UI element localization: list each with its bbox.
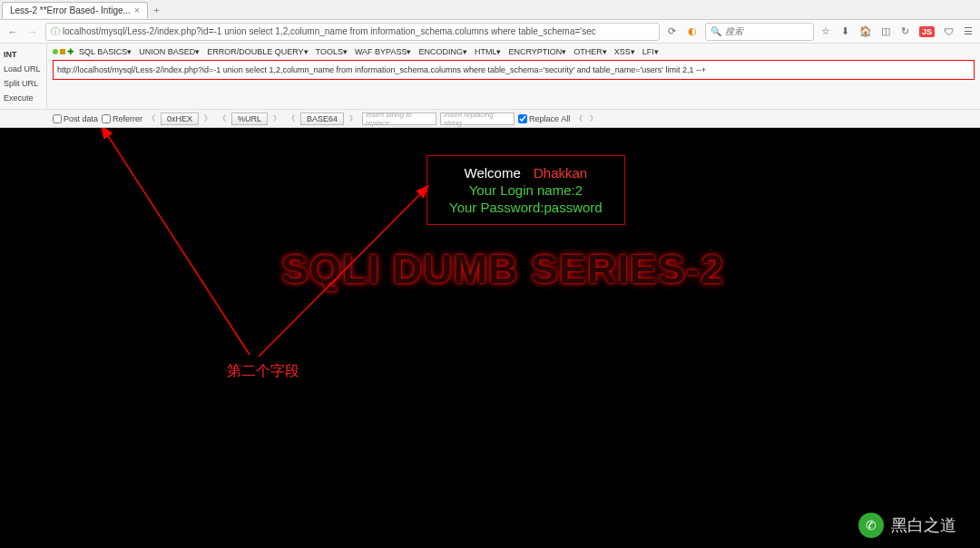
menu-encryption[interactable]: ENCRYPTION▾: [505, 46, 569, 57]
tab-title: Less-2 **Error Based- Intige...: [10, 5, 131, 15]
options-row: Post data Referrer 《 0xHEX 》 《 %URL 》 《 …: [0, 110, 980, 128]
menu-html[interactable]: HTML▾: [472, 46, 505, 57]
back-icon[interactable]: ←: [5, 24, 20, 39]
chevron-left-icon[interactable]: 《: [217, 113, 228, 123]
menu-xss[interactable]: XSS▾: [612, 46, 638, 57]
base64-chip[interactable]: BASE64: [300, 113, 344, 125]
menu-error-double[interactable]: ERROR/DOUBLE QUERY▾: [204, 46, 310, 57]
search-icon: 🔍: [710, 26, 721, 36]
sync-icon[interactable]: ↻: [899, 25, 912, 38]
hackbar-panel: INT Load URL Split URL Execute ✚ SQL BAS…: [0, 44, 980, 110]
chevron-right-icon[interactable]: 》: [271, 113, 282, 123]
tab-bar: Less-2 **Error Based- Intige... × +: [0, 0, 980, 20]
referrer-checkbox[interactable]: Referrer: [102, 114, 142, 123]
address-bar[interactable]: ⓘ localhost/mysql/Less-2/index.php?id=-1…: [45, 23, 660, 41]
shield-icon[interactable]: 🛡: [942, 25, 955, 38]
hackbar-url-input[interactable]: [57, 65, 970, 74]
chevron-left-icon[interactable]: 《: [146, 113, 157, 123]
toolbar-right: ☆ ⬇ 🏠 ◫ ↻ JS 🛡 ☰: [819, 25, 975, 38]
chevron-left-icon[interactable]: 《: [573, 113, 584, 123]
menu-encoding[interactable]: ENCODING▾: [416, 46, 470, 57]
hackbar-menu: ✚ SQL BASICS▾ UNION BASED▾ ERROR/DOUBLE …: [53, 46, 975, 57]
reload-icon[interactable]: ⟳: [665, 24, 680, 39]
menu-sql-basics[interactable]: SQL BASICS▾: [76, 46, 134, 57]
login-name-line: Your Login name:2: [449, 182, 603, 198]
menu-lfi[interactable]: LFI▾: [640, 46, 662, 57]
replace-all-checkbox[interactable]: Replace All: [518, 114, 570, 123]
menu-icon[interactable]: ☰: [962, 25, 975, 38]
annotation-label: 第二个字段: [227, 362, 299, 381]
page-content: Welcome Dhakkan Your Login name:2 Your P…: [0, 128, 980, 548]
post-data-checkbox[interactable]: Post data: [53, 114, 98, 123]
bookmark-icon[interactable]: ☆: [819, 25, 832, 38]
dash-icon: [60, 49, 65, 54]
menu-waf-bypass[interactable]: WAF BYPASS▾: [352, 46, 415, 57]
download-icon[interactable]: ⬇: [839, 25, 852, 38]
addons-icon[interactable]: ◫: [879, 25, 892, 38]
int-label: INT: [2, 47, 44, 62]
hackbar-sidebar: INT Load URL Split URL Execute: [0, 44, 47, 109]
menu-union-based[interactable]: UNION BASED▾: [136, 46, 202, 57]
svg-line-1: [102, 128, 250, 355]
url-chip[interactable]: %URL: [231, 113, 268, 125]
js-badge-icon[interactable]: JS: [919, 26, 935, 37]
watermark-text: 黑白之道: [891, 514, 956, 536]
chevron-right-icon[interactable]: 》: [348, 113, 358, 123]
password-line: Your Password:password: [449, 200, 603, 215]
stop-icon[interactable]: ◐: [685, 24, 700, 39]
hex-chip[interactable]: 0xHEX: [161, 113, 199, 125]
find-string-input[interactable]: Insert string to replace: [362, 113, 436, 125]
load-url-button[interactable]: Load URL: [2, 62, 44, 76]
welcome-line: Welcome Dhakkan: [449, 165, 603, 181]
chevron-left-icon[interactable]: 《: [286, 113, 297, 123]
close-icon[interactable]: ×: [134, 5, 140, 15]
menu-tools[interactable]: TOOLS▾: [313, 46, 350, 57]
address-text: localhost/mysql/Less-2/index.php?id=-1 u…: [63, 26, 654, 36]
plus-icon: ✚: [67, 47, 74, 56]
chevron-right-icon[interactable]: 》: [202, 113, 213, 123]
execute-button[interactable]: Execute: [2, 91, 44, 105]
replace-string-input[interactable]: Insert replacing string: [440, 113, 514, 125]
browser-nav-bar: ← → ⓘ localhost/mysql/Less-2/index.php?i…: [0, 20, 980, 44]
watermark: ✆ 黑白之道: [858, 513, 956, 538]
info-icon: ⓘ: [51, 25, 60, 38]
series-title: SQLI DUMB SERIES-2: [281, 246, 724, 293]
hackbar-main: ✚ SQL BASICS▾ UNION BASED▾ ERROR/DOUBLE …: [47, 44, 980, 109]
forward-icon[interactable]: →: [25, 24, 40, 39]
dot-icon: [53, 49, 58, 54]
new-tab-button[interactable]: +: [148, 3, 164, 17]
browser-tab[interactable]: Less-2 **Error Based- Intige... ×: [2, 2, 148, 18]
search-placeholder: 搜索: [725, 25, 743, 38]
hackbar-url-box: [53, 60, 975, 80]
wechat-icon: ✆: [858, 513, 884, 538]
split-url-button[interactable]: Split URL: [2, 76, 44, 91]
home-icon[interactable]: 🏠: [859, 25, 872, 38]
chevron-right-icon[interactable]: 》: [588, 113, 599, 123]
result-box: Welcome Dhakkan Your Login name:2 Your P…: [426, 155, 625, 225]
search-input[interactable]: 🔍 搜索: [705, 23, 814, 41]
menu-other[interactable]: OTHER▾: [571, 46, 610, 57]
